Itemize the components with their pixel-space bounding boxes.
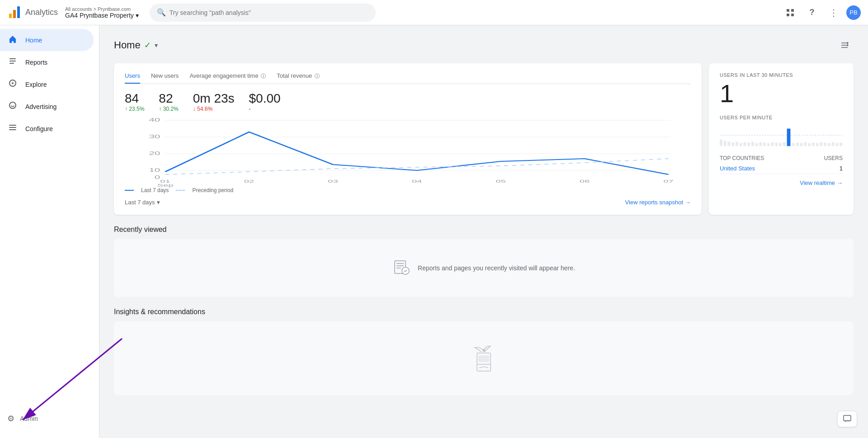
svg-text:05: 05 <box>496 179 506 184</box>
svg-text:03: 03 <box>328 179 338 184</box>
svg-rect-50 <box>783 142 786 146</box>
metric-new-users: 82 ↑ 30.2% <box>159 91 178 112</box>
sidebar-item-explore[interactable]: Explore <box>0 73 94 95</box>
svg-rect-37 <box>731 142 734 146</box>
view-reports-link[interactable]: View reports snapshot → <box>625 199 691 206</box>
search-bar[interactable]: 🔍 <box>150 4 376 22</box>
svg-rect-42 <box>751 141 754 146</box>
svg-rect-38 <box>736 141 738 146</box>
breadcrumb: All accounts > Pryntbase.com <box>65 6 139 12</box>
svg-text:40: 40 <box>149 118 160 123</box>
sidebar: Home Reports Explore Advertising Configu… <box>0 25 99 438</box>
top-navigation: Analytics All accounts > Pryntbase.com G… <box>0 0 868 25</box>
realtime-user-count: 1 <box>720 80 843 108</box>
check-circle-icon: ✓ <box>144 40 151 50</box>
svg-text:10: 10 <box>149 168 160 173</box>
svg-rect-71 <box>478 355 489 362</box>
chart-footer: Last 7 days ▾ View reports snapshot → <box>125 199 691 206</box>
svg-rect-51 <box>787 128 791 146</box>
svg-point-11 <box>12 82 14 84</box>
svg-rect-14 <box>9 127 16 128</box>
svg-rect-39 <box>740 143 742 146</box>
customize-button[interactable] <box>835 36 854 54</box>
svg-rect-58 <box>816 143 819 146</box>
sidebar-item-home[interactable]: Home <box>0 29 94 51</box>
date-range-button[interactable]: Last 7 days ▾ <box>125 199 160 206</box>
sidebar-item-label-explore: Explore <box>25 81 47 88</box>
mini-bar-chart-container <box>720 124 843 148</box>
view-realtime-link[interactable]: View realtime → <box>720 179 843 186</box>
svg-rect-2 <box>17 6 20 18</box>
cards-row: Users New users Average engagement time … <box>114 63 854 215</box>
property-name[interactable]: GA4 Pryntbase Property ▾ <box>65 12 139 19</box>
avatar[interactable]: PB <box>846 5 861 20</box>
realtime-arrow-icon: → <box>837 179 843 186</box>
tab-new-users[interactable]: New users <box>151 72 179 84</box>
advertising-icon <box>7 101 18 112</box>
svg-rect-64 <box>840 142 842 146</box>
property-chevron-icon: ▾ <box>136 12 139 19</box>
sidebar-item-configure[interactable]: Configure <box>0 118 94 140</box>
svg-rect-48 <box>775 142 778 146</box>
realtime-section-title: USERS IN LAST 30 MINUTES <box>720 72 843 78</box>
svg-text:20: 20 <box>149 151 160 156</box>
svg-rect-52 <box>792 143 795 146</box>
svg-rect-53 <box>796 142 799 146</box>
realtime-footer: View realtime → <box>720 179 843 186</box>
country-name: United States <box>720 165 755 172</box>
svg-rect-60 <box>824 142 826 146</box>
svg-rect-63 <box>835 143 838 146</box>
tab-avg-engagement[interactable]: Average engagement time ⓘ <box>189 72 266 84</box>
tab-users[interactable]: Users <box>125 72 140 84</box>
admin-button[interactable]: ⚙ Admin <box>7 410 92 427</box>
apps-button[interactable] <box>781 4 799 22</box>
svg-rect-3 <box>787 9 789 12</box>
metrics-card: Users New users Average engagement time … <box>114 63 702 215</box>
feedback-icon <box>843 415 851 423</box>
new-users-value: 82 <box>159 91 178 106</box>
svg-text:02: 02 <box>244 179 254 184</box>
new-users-change: ↑ 30.2% <box>159 106 178 112</box>
svg-rect-56 <box>808 143 811 146</box>
svg-rect-57 <box>812 142 815 146</box>
tab-total-revenue[interactable]: Total revenue ⓘ <box>277 72 320 84</box>
avg-engagement-change: ↓ 54.6% <box>193 106 235 112</box>
title-chevron-icon[interactable]: ▾ <box>155 42 158 49</box>
svg-rect-4 <box>791 9 794 12</box>
sidebar-item-label-configure: Configure <box>25 125 53 132</box>
chart-legend: Last 7 days Preceding period <box>125 187 691 193</box>
app-logo[interactable]: Analytics <box>7 5 58 20</box>
sidebar-item-reports[interactable]: Reports <box>0 51 94 73</box>
metric-avg-engagement: 0m 23s ↓ 54.6% <box>193 91 235 112</box>
metrics-tabs: Users New users Average engagement time … <box>125 72 691 84</box>
total-revenue-change: - <box>249 106 281 112</box>
more-icon: ⋮ <box>829 7 838 18</box>
svg-rect-15 <box>9 129 16 130</box>
svg-rect-13 <box>9 125 16 126</box>
realtime-card: USERS IN LAST 30 MINUTES 1 USERS PER MIN… <box>709 63 854 215</box>
svg-rect-47 <box>771 142 774 146</box>
help-button[interactable]: ? <box>803 4 821 22</box>
svg-rect-5 <box>787 14 789 16</box>
more-button[interactable]: ⋮ <box>825 4 843 22</box>
recently-viewed-empty-message: Reports and pages you recently visited w… <box>418 264 575 272</box>
info-icon: ⓘ <box>261 73 266 79</box>
date-range-chevron-icon: ▾ <box>157 199 160 206</box>
home-icon <box>7 34 18 46</box>
sidebar-item-advertising[interactable]: Advertising <box>0 95 94 118</box>
property-selector[interactable]: All accounts > Pryntbase.com GA4 Pryntba… <box>65 6 139 19</box>
feedback-button[interactable] <box>837 411 857 427</box>
users-per-minute-label: USERS PER MINUTE <box>720 115 843 120</box>
search-input[interactable] <box>170 9 368 16</box>
search-icon: 🔍 <box>157 8 166 17</box>
configure-icon <box>7 123 18 134</box>
sidebar-item-label-advertising: Advertising <box>25 103 57 110</box>
svg-rect-0 <box>9 14 12 18</box>
svg-text:Sep: Sep <box>157 183 174 188</box>
grid-icon <box>786 8 795 17</box>
main-chart: 40 30 20 10 0 01 Sep 02 03 04 05 06 07 <box>125 116 691 184</box>
customize-icon <box>840 41 849 50</box>
svg-rect-54 <box>800 143 803 146</box>
svg-rect-41 <box>747 142 750 146</box>
svg-rect-62 <box>832 142 835 146</box>
